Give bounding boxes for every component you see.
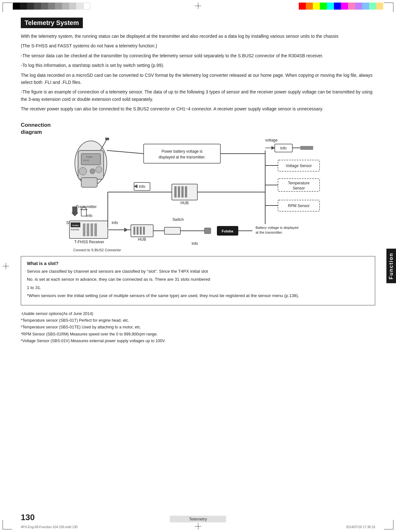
gray-scale-bar	[13, 3, 90, 10]
cross-top	[195, 3, 201, 9]
slot-p2: No. is set at each sensor in advance, th…	[27, 276, 369, 283]
svg-text:Power battery voltage is: Power battery voltage is	[162, 149, 202, 154]
svg-marker-72	[272, 146, 275, 149]
corner-mark-tr	[384, 3, 393, 12]
svg-text:Battery voltage is displayed: Battery voltage is displayed	[256, 226, 298, 230]
intro-p1: With the telemetry system, the running s…	[21, 33, 375, 40]
svg-text:T-FHSS Receiver: T-FHSS Receiver	[74, 240, 104, 244]
cross-bottom	[195, 523, 201, 529]
svg-marker-12	[72, 213, 78, 216]
intro-p3: -The sensor data can be checked at the t…	[21, 52, 375, 59]
svg-text:Info: Info	[86, 214, 92, 218]
svg-rect-22	[87, 223, 89, 236]
bottom-label: Telemetry	[170, 516, 226, 522]
svg-point-5	[96, 166, 102, 173]
svg-rect-76	[307, 146, 313, 150]
slot-box: What is a slot? Servos are classified by…	[21, 256, 375, 305]
svg-text:HUB: HUB	[180, 201, 188, 205]
svg-rect-28	[133, 227, 135, 235]
svg-text:Futaba: Futaba	[86, 156, 92, 158]
svg-point-3	[79, 167, 87, 175]
svg-text:Futaba: Futaba	[72, 224, 79, 226]
footnotes: -Usable sensor options(As of June 2014) …	[21, 310, 375, 344]
svg-text:Sensor: Sensor	[293, 186, 305, 190]
svg-text:Temperature: Temperature	[288, 181, 310, 185]
cross-left	[3, 263, 9, 269]
svg-rect-75	[300, 146, 307, 150]
svg-rect-24	[94, 223, 97, 236]
svg-rect-52	[185, 186, 187, 197]
svg-text:R304SB: R304SB	[83, 159, 89, 161]
svg-text:RPM Sensor: RPM Sensor	[288, 204, 310, 208]
svg-marker-34	[124, 228, 128, 232]
svg-text:HUB: HUB	[138, 237, 146, 242]
intro-p6: -The figure is an example of connection …	[21, 88, 375, 103]
corner-mark-tl	[3, 3, 12, 12]
section-title: Telemetry System	[21, 18, 83, 28]
diagram-svg: Futaba R304SB Transmitter Signal Info Fu…	[21, 118, 375, 253]
intro-p7: The receiver power supply can also be co…	[21, 105, 375, 112]
svg-text:Info: Info	[280, 146, 287, 150]
svg-text:Info: Info	[192, 241, 198, 246]
slot-box-title: What is a slot?	[27, 261, 369, 266]
svg-line-7	[100, 139, 107, 150]
svg-text:Futaba: Futaba	[222, 229, 234, 233]
svg-text:displayed at the transmitter.: displayed at the transmitter.	[159, 155, 206, 159]
transmitter-label: Transmitter	[76, 204, 97, 209]
connection-diagram: Connection diagram F	[21, 118, 375, 253]
corner-mark-br	[384, 520, 393, 529]
svg-rect-42	[204, 228, 211, 234]
footnote-4: *Voltage Sensor (SBS-01V) Measures exter…	[21, 338, 375, 344]
slot-p4: *When sensors over the initial setting (…	[27, 292, 369, 299]
file-info: 4PX-Eng-08-Function-104-156.indd 130	[21, 525, 77, 529]
footnote-1: *Temperature sensor (SBS-01T) Perfect fo…	[21, 317, 375, 324]
intro-p5: The log data recorded on a microSD card …	[21, 72, 375, 86]
footnote-0: -Usable sensor options(As of June 2014)	[21, 310, 375, 317]
color-bar	[299, 3, 383, 10]
svg-text:Voltage Sensor: Voltage Sensor	[286, 164, 312, 168]
svg-rect-31	[143, 227, 145, 235]
svg-text:Connect to S.BUS2 Connector: Connect to S.BUS2 Connector	[73, 248, 121, 252]
function-tab: Function	[386, 249, 396, 283]
svg-rect-49	[174, 186, 177, 197]
svg-rect-13	[72, 206, 77, 213]
intro-p4: -To log this information, a start/stop s…	[21, 62, 375, 69]
svg-line-66	[107, 150, 144, 154]
svg-text:Switch: Switch	[172, 217, 184, 222]
intro-p2: (The S-FHSS and FASST systems do not hav…	[21, 42, 375, 49]
svg-rect-30	[140, 227, 142, 235]
footnote-2: *Temperature sensor (SBS-01TE) Used by a…	[21, 324, 375, 331]
svg-rect-37	[164, 227, 180, 234]
corner-mark-bl	[3, 520, 12, 529]
svg-point-4	[90, 169, 95, 174]
page-content: Telemetry System With the telemetry syst…	[21, 18, 375, 344]
svg-rect-15	[81, 210, 86, 216]
svg-text:at the transmitter.: at the transmitter.	[256, 230, 283, 234]
svg-text:Info: Info	[112, 221, 118, 225]
svg-text:Info: Info	[139, 184, 145, 189]
svg-rect-50	[178, 186, 180, 197]
svg-rect-51	[181, 186, 184, 197]
date-info: 2014/07/18 17:36:16	[346, 525, 375, 529]
svg-rect-8	[105, 138, 109, 140]
svg-rect-63	[144, 144, 220, 163]
slot-p3: 1 to 31.	[27, 284, 369, 291]
svg-text:R304SB: R304SB	[71, 229, 79, 231]
svg-rect-23	[91, 223, 93, 236]
svg-rect-21	[83, 223, 85, 236]
page-number: 130	[21, 512, 35, 522]
footnote-3: *RPM Sensor (SBS-01RM) Measures speed ov…	[21, 331, 375, 338]
slot-p1: Servos are classified by channel and sen…	[27, 268, 369, 275]
svg-rect-6	[81, 178, 97, 187]
svg-rect-29	[137, 227, 139, 235]
svg-text:voltage: voltage	[265, 138, 278, 142]
diagram-title: Connection diagram	[21, 122, 51, 136]
